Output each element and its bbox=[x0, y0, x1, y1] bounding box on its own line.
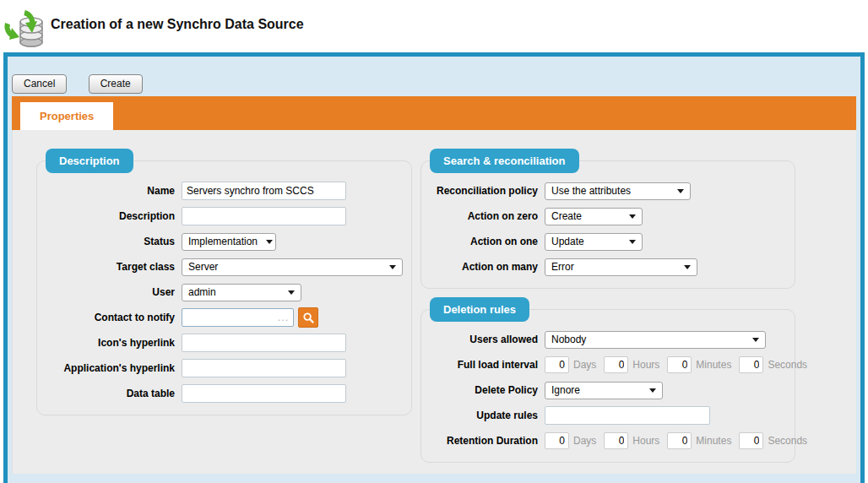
field-row-data-table: Data table bbox=[46, 384, 403, 403]
page-title: Creation of a new Synchro Data Source bbox=[51, 17, 304, 32]
tab-bar: Properties bbox=[12, 96, 856, 130]
status-select[interactable]: Implementation bbox=[182, 233, 276, 251]
field-row-users-allowed: Users allowed Nobody bbox=[430, 330, 786, 349]
delete-policy-label: Delete Policy bbox=[430, 384, 538, 396]
fieldset-search-reconciliation: Search & reconciliation Reconciliation p… bbox=[420, 160, 795, 289]
full-load-hours-input[interactable] bbox=[604, 356, 628, 373]
full-load-days-input[interactable] bbox=[545, 356, 569, 373]
users-allowed-select[interactable]: Nobody bbox=[545, 331, 766, 349]
delete-policy-select-value: Ignore bbox=[551, 384, 580, 396]
contact-to-notify-input[interactable] bbox=[182, 308, 294, 327]
user-select[interactable]: admin bbox=[182, 284, 301, 301]
properties-panel: Description Name Description Status Impl… bbox=[12, 130, 856, 474]
synchro-datasource-icon bbox=[3, 7, 46, 49]
fieldset-description-legend: Description bbox=[46, 149, 133, 173]
full-load-minutes-input[interactable] bbox=[667, 356, 692, 373]
retention-duration-label: Retention Duration bbox=[430, 435, 538, 447]
field-row-action-on-many: Action on many Error bbox=[430, 258, 786, 276]
search-icon bbox=[302, 312, 315, 324]
days-unit-label: Days bbox=[573, 435, 596, 447]
icon-hyperlink-input[interactable] bbox=[182, 334, 346, 352]
retention-days-input[interactable] bbox=[545, 432, 569, 449]
status-label: Status bbox=[46, 236, 175, 247]
field-row-name: Name bbox=[46, 182, 403, 200]
action-on-one-label: Action on one bbox=[430, 236, 538, 247]
description-input[interactable] bbox=[182, 207, 346, 225]
field-row-full-load-interval: Full load interval Days Hours Minutes Se… bbox=[430, 355, 786, 374]
description-label: Description bbox=[46, 210, 175, 222]
field-row-icon-hyperlink: Icon's hyperlink bbox=[46, 334, 403, 352]
field-row-description: Description bbox=[46, 207, 403, 225]
delete-policy-select[interactable]: Ignore bbox=[545, 382, 663, 399]
application-hyperlink-label: Application's hyperlink bbox=[46, 362, 175, 374]
chevron-down-icon bbox=[752, 338, 759, 342]
users-allowed-label: Users allowed bbox=[430, 334, 538, 345]
chevron-down-icon bbox=[649, 388, 656, 393]
field-row-delete-policy: Delete Policy Ignore bbox=[430, 381, 786, 399]
update-rules-label: Update rules bbox=[430, 410, 538, 421]
minutes-unit-label: Minutes bbox=[696, 435, 731, 447]
update-rules-input[interactable] bbox=[545, 406, 710, 425]
chevron-down-icon bbox=[629, 240, 636, 244]
field-row-target-class: Target class Server bbox=[46, 258, 403, 276]
retention-seconds-input[interactable] bbox=[739, 432, 763, 449]
name-input[interactable] bbox=[182, 182, 346, 200]
reconciliation-policy-label: Reconciliation policy bbox=[430, 185, 538, 197]
chevron-down-icon bbox=[677, 189, 684, 193]
chevron-down-icon bbox=[288, 290, 295, 295]
status-select-value: Implementation bbox=[188, 236, 258, 247]
field-row-action-on-one: Action on one Update bbox=[430, 232, 786, 251]
field-row-reconciliation-policy: Reconciliation policy Use the attributes bbox=[430, 182, 786, 200]
field-row-action-on-zero: Action on zero Create bbox=[430, 207, 786, 225]
field-row-update-rules: Update rules bbox=[430, 406, 786, 425]
field-row-contact-to-notify: Contact to notify ... bbox=[46, 308, 403, 327]
full-load-interval-label: Full load interval bbox=[430, 359, 538, 371]
action-on-many-label: Action on many bbox=[430, 261, 538, 273]
chevron-down-icon bbox=[389, 265, 396, 269]
user-select-value: admin bbox=[188, 286, 216, 298]
cancel-button[interactable]: Cancel bbox=[12, 74, 67, 94]
hours-unit-label: Hours bbox=[632, 435, 659, 447]
data-table-label: Data table bbox=[46, 388, 175, 399]
seconds-unit-label: Seconds bbox=[768, 435, 807, 447]
action-on-many-select[interactable]: Error bbox=[545, 258, 697, 276]
field-row-status: Status Implementation bbox=[46, 232, 403, 251]
retention-minutes-input[interactable] bbox=[667, 432, 692, 449]
action-on-one-select-value: Update bbox=[551, 236, 584, 247]
fieldset-search-reconciliation-legend: Search & reconciliation bbox=[430, 149, 579, 173]
chevron-down-icon bbox=[629, 214, 636, 219]
full-load-seconds-input[interactable] bbox=[739, 356, 763, 373]
reconciliation-policy-select-value: Use the attributes bbox=[551, 185, 631, 197]
action-on-one-select[interactable]: Update bbox=[545, 233, 643, 251]
hours-unit-label: Hours bbox=[632, 359, 659, 371]
application-hyperlink-input[interactable] bbox=[182, 359, 346, 377]
toolbar: Cancel Create bbox=[12, 57, 856, 96]
contact-search-button[interactable] bbox=[298, 307, 318, 328]
retention-hours-input[interactable] bbox=[604, 432, 628, 449]
action-on-zero-select-value: Create bbox=[551, 210, 582, 222]
page-header: Creation of a new Synchro Data Source bbox=[0, 0, 868, 52]
icon-hyperlink-label: Icon's hyperlink bbox=[46, 337, 175, 349]
field-row-application-hyperlink: Application's hyperlink bbox=[46, 359, 403, 377]
name-label: Name bbox=[46, 185, 175, 197]
create-button[interactable]: Create bbox=[89, 74, 143, 94]
action-on-zero-label: Action on zero bbox=[430, 210, 538, 222]
seconds-unit-label: Seconds bbox=[768, 359, 807, 371]
contact-to-notify-label: Contact to notify bbox=[46, 312, 175, 323]
days-unit-label: Days bbox=[573, 359, 596, 371]
user-label: User bbox=[46, 286, 175, 298]
chevron-down-icon bbox=[266, 240, 273, 244]
contact-autocomplete: ... bbox=[182, 308, 294, 327]
minutes-unit-label: Minutes bbox=[696, 359, 731, 371]
action-on-zero-select[interactable]: Create bbox=[545, 208, 643, 225]
action-on-many-select-value: Error bbox=[551, 261, 574, 273]
tab-properties[interactable]: Properties bbox=[20, 102, 113, 130]
fieldset-deletion-rules: Deletion rules Users allowed Nobody Full… bbox=[420, 309, 795, 463]
form-frame: Cancel Create Properties Description Nam… bbox=[3, 52, 865, 483]
target-class-select[interactable]: Server bbox=[182, 258, 403, 276]
target-class-select-value: Server bbox=[188, 261, 218, 273]
fieldset-description: Description Name Description Status Impl… bbox=[36, 160, 412, 415]
data-table-input[interactable] bbox=[182, 384, 346, 403]
field-row-retention-duration: Retention Duration Days Hours Minutes Se… bbox=[430, 431, 786, 450]
reconciliation-policy-select[interactable]: Use the attributes bbox=[545, 182, 691, 200]
